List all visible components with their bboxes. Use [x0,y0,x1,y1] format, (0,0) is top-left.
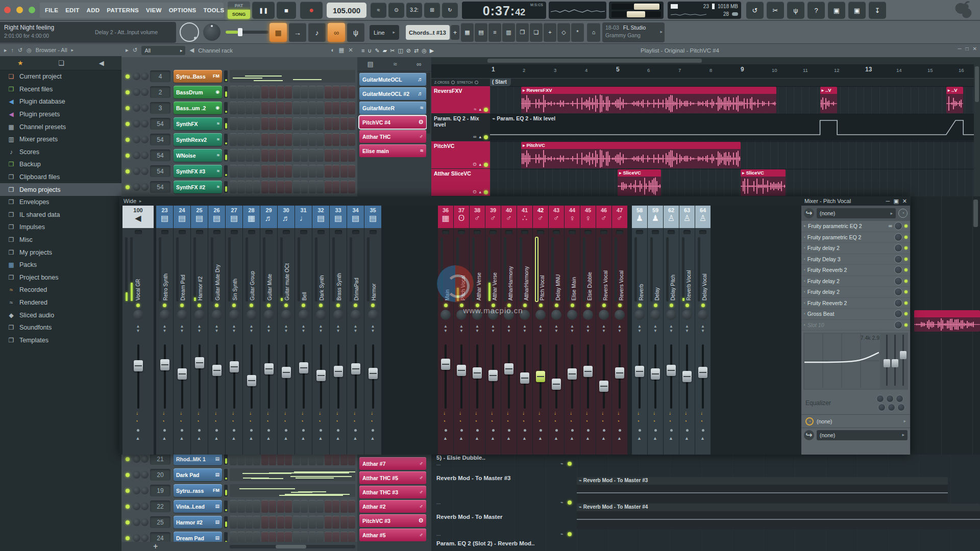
channel-name-button[interactable]: Rhod..MK 1▤ [174,455,222,465]
step-cell[interactable] [269,86,276,98]
strip-sep-arrows[interactable]: ▲▼ [683,324,691,342]
strip-fader[interactable] [249,344,254,409]
step-cell[interactable] [285,181,292,193]
strip-sep-arrows[interactable]: ▲▼ [553,324,560,342]
strip-led[interactable] [232,304,236,307]
strip-pan-knob[interactable] [316,310,326,320]
step-cell[interactable] [348,181,355,193]
fx-mix-knob[interactable] [894,233,902,241]
mixer-strip-37[interactable]: 37ʘPitch Vocal▲▼→◔▲ [454,206,469,455]
strip-routing-arrow[interactable]: ▲ [491,436,495,441]
strip-led[interactable] [319,304,323,307]
strip-fader[interactable] [371,344,376,409]
strip-header[interactable]: 35▤ [364,206,381,228]
strip-fader[interactable] [136,344,141,409]
step-cell[interactable] [269,516,276,529]
step-cell[interactable] [253,165,260,178]
bottom-track-header-3[interactable]: Reverb Mod - To Master [436,514,574,520]
fx-slot-8[interactable]: ▪Fruity Reeverb 2 [801,298,910,309]
strip-sep-arrows[interactable]: ▲▼ [537,324,544,342]
clip--v[interactable]: ▸ ..V [946,87,964,113]
strip-routing-arrow[interactable]: ▲ [669,436,673,441]
clip-pitchvc[interactable]: ▸ PitchVC [521,142,741,168]
eq-level-knob-3[interactable] [896,395,903,403]
save-button[interactable]: ▣ [828,2,845,19]
strip-routing-arrow[interactable]: ▲ [700,436,705,441]
bottom-track-header-1[interactable]: 5) - Elsie Dubble.. [436,455,574,461]
magnet-icon[interactable]: ∪ [368,48,372,54]
step-cell[interactable] [253,455,260,465]
step-cell[interactable] [340,149,348,162]
channel-name-button[interactable]: Sytru..BassFM [174,70,222,83]
strip-fader-handle[interactable] [264,363,274,374]
playlist-track-header-3[interactable]: PitchVCʘ▴ [431,141,490,168]
cut-button[interactable]: ✂ [767,2,784,19]
strip-led[interactable] [444,304,448,307]
step-cell[interactable] [246,165,253,178]
step-cell[interactable] [230,181,237,193]
strip-clock-icon[interactable]: ◔ [353,419,356,424]
step-cell[interactable] [285,165,292,178]
strip-clock-icon[interactable]: ◔ [601,419,604,424]
track-led[interactable] [484,190,488,194]
step-cell[interactable] [293,117,300,130]
strip-routing-arrow[interactable]: ▲ [617,436,622,441]
strip-pan-knob[interactable] [698,310,708,320]
browser-item-current-project[interactable]: ❏Current project [0,70,121,83]
strip-pan-knob[interactable] [615,310,625,320]
strip-routing-arrow[interactable]: ▲ [353,436,358,441]
channel-target-track[interactable]: 19 [150,485,170,496]
strip-routing-arrow[interactable]: ▲ [570,436,574,441]
strip-routing-arrow[interactable]: ▲ [475,436,479,441]
clip-fragment[interactable] [914,310,980,332]
mixer-strip-59[interactable]: 59♟Delay▲▼→◔▲ [648,206,663,455]
post-icon[interactable]: ↪ [804,208,814,218]
browser-item-scores[interactable]: ♪Scores [0,146,121,159]
count-in-button[interactable]: ⊞ [424,3,440,18]
step-cell[interactable] [340,133,348,146]
strip-led[interactable] [354,304,357,307]
channel-volume-knob[interactable] [141,487,149,494]
strip-routing-arrow[interactable]: ▲ [197,436,202,441]
strip-clock-icon[interactable]: ◔ [652,419,655,424]
mixer-strip-25[interactable]: 25▤Harmor #2▲▼→◔▲ [191,206,208,455]
step-cell[interactable] [309,516,316,529]
channel-volume-knob[interactable] [141,503,149,510]
output-icon[interactable]: ↪ [804,430,814,440]
strip-led[interactable] [460,304,463,307]
strip-fader[interactable] [232,344,237,409]
step-cell[interactable] [340,102,348,114]
controller-button[interactable]: ψ [347,23,364,42]
fx-mix-knob[interactable] [894,255,902,263]
strip-pan-knob[interactable] [212,310,222,320]
strip-led[interactable] [618,304,622,307]
step-cell[interactable] [293,181,300,193]
step-cell[interactable] [261,102,268,114]
strip-fader-handle[interactable] [282,367,291,378]
undo-button[interactable]: ↺ [746,2,764,19]
strip-clock-icon[interactable]: ◔ [283,419,286,424]
strip-clock-icon[interactable]: ◔ [700,419,703,424]
strip-mute-led[interactable] [584,230,592,234]
slip-icon[interactable]: ⇄ [414,48,419,54]
strip-pan-knob[interactable] [634,310,645,320]
strip-fader-handle[interactable] [247,375,256,386]
strip-header[interactable]: 45♀ [580,206,596,228]
strip-sep-arrows[interactable]: ▲▼ [231,324,238,342]
strip-header[interactable]: 62♙ [664,206,679,228]
step-cell[interactable] [293,102,300,114]
step-cell[interactable] [332,133,339,146]
strip-header[interactable]: 34▤ [347,206,364,228]
help-button[interactable]: ? [807,2,825,19]
channel-led[interactable] [126,169,130,173]
strip-led[interactable] [670,304,673,307]
strip-led[interactable] [180,304,184,307]
picker-item-atthar-7[interactable]: Atthar #7♂ [359,457,426,470]
strip-sep-arrows[interactable]: ▲▼ [370,324,377,342]
step-cell[interactable] [348,133,355,146]
step-cell[interactable] [261,86,268,98]
strip-mute-led[interactable] [213,230,220,234]
playlist-track-header-2[interactable]: Param. EQ 2 - Mix level∞▴ [431,114,490,141]
bottom-track-header-2[interactable]: Reverb Mod - To Master #3 [436,475,574,481]
channel-led[interactable] [126,90,130,94]
